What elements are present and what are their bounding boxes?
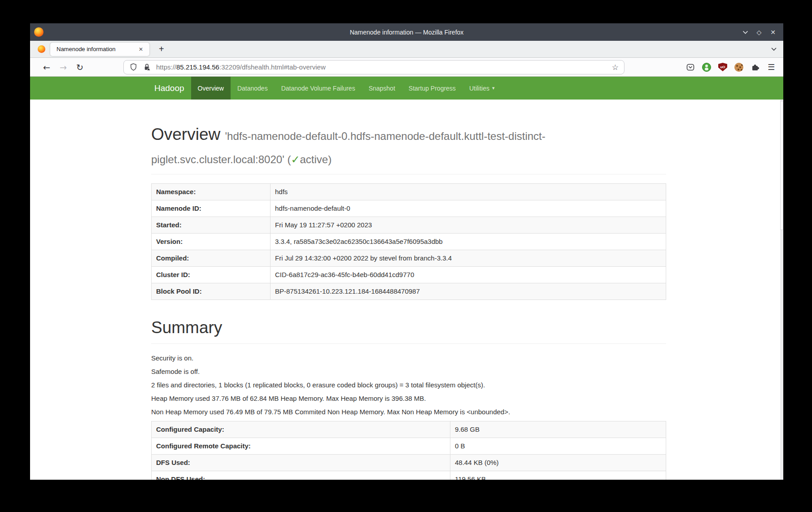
ublock-origin-icon[interactable]: uO bbox=[718, 63, 727, 72]
navbar-brand-hadoop[interactable]: Hadoop bbox=[148, 77, 191, 100]
minimize-button[interactable] bbox=[741, 28, 749, 36]
url-host: 85.215.194.56 bbox=[176, 63, 219, 71]
nav-item-utilities[interactable]: Utilities ▾ bbox=[463, 77, 502, 100]
firefox-window: Namenode information — Mozilla Firefox ◇… bbox=[30, 23, 783, 480]
back-button[interactable]: ← bbox=[42, 62, 52, 72]
cookie-extension-icon[interactable] bbox=[734, 63, 743, 72]
table-row: Cluster ID:CID-6a817c29-ac36-45fc-b4eb-6… bbox=[152, 266, 666, 283]
hadoop-navbar: Hadoop Overview Datanodes Datanode Volum… bbox=[30, 77, 783, 100]
summary-line: Non Heap Memory used 76.49 MB of 79.75 M… bbox=[151, 408, 666, 417]
table-row: DFS Used:48.44 KB (0%) bbox=[152, 455, 666, 471]
status-badge: active) bbox=[300, 153, 332, 165]
table-row: Block Pool ID:BP-875134261-10.223.121.18… bbox=[152, 283, 666, 299]
nav-item-snapshot[interactable]: Snapshot bbox=[362, 77, 402, 100]
window-title: Namenode information — Mozilla Firefox bbox=[350, 29, 464, 36]
table-row: Non DFS Used:119.56 KB bbox=[152, 471, 666, 480]
close-button[interactable]: ✕ bbox=[769, 28, 777, 36]
firefox-icon bbox=[38, 45, 45, 53]
desktop-background: { "titlebar": { "title": "Namenode infor… bbox=[0, 0, 812, 512]
nav-item-datanode-volume-failures[interactable]: Datanode Volume Failures bbox=[275, 77, 362, 100]
forward-button[interactable]: → bbox=[58, 62, 68, 72]
tab-strip: Namenode information ✕ + bbox=[30, 41, 783, 58]
table-row: Version:3.3.4, ra585a73c3e02ac62350c1366… bbox=[152, 233, 666, 250]
table-row: Compiled:Fri Jul 29 14:32:00 +0200 2022 … bbox=[152, 250, 666, 266]
chevron-down-icon: ▾ bbox=[492, 85, 495, 91]
pocket-save-icon[interactable] bbox=[686, 63, 695, 72]
tab-title: Namenode information bbox=[57, 46, 137, 52]
table-row: Configured Capacity:9.68 GB bbox=[152, 421, 666, 438]
tab-namenode-information[interactable]: Namenode information ✕ bbox=[50, 43, 149, 56]
extension-green-icon[interactable] bbox=[702, 63, 711, 72]
table-row: Configured Remote Capacity:0 B bbox=[152, 438, 666, 455]
url-text: https://85.215.194.56:32209/dfshealth.ht… bbox=[156, 63, 326, 71]
divider bbox=[151, 174, 666, 174]
url-path: :32209/dfshealth.html#tab-overview bbox=[219, 63, 326, 71]
firefox-logo-icon bbox=[34, 27, 44, 37]
table-row: Namenode ID:hdfs-namenode-default-0 bbox=[152, 200, 666, 217]
page-content: Overview 'hdfs-namenode-default-0.hdfs-n… bbox=[30, 100, 783, 480]
summary-line: Safemode is off. bbox=[151, 367, 666, 376]
hamburger-menu-icon[interactable]: ☰ bbox=[767, 63, 776, 72]
namenode-info-table: Namespace:hdfs Namenode ID:hdfs-namenode… bbox=[151, 183, 666, 300]
active-check-icon: ✓ bbox=[291, 153, 300, 165]
navigation-toolbar: ← → ↻ https://85.215.194.56:32209/dfshea… bbox=[30, 58, 783, 77]
maximize-button[interactable]: ◇ bbox=[755, 28, 763, 36]
nav-item-datanodes[interactable]: Datanodes bbox=[231, 77, 275, 100]
table-row: Started:Fri May 19 11:27:57 +0200 2023 bbox=[152, 217, 666, 233]
page-scrollbar-thumb[interactable] bbox=[780, 101, 783, 230]
capacity-table: Configured Capacity:9.68 GB Configured R… bbox=[151, 421, 666, 480]
nav-item-overview[interactable]: Overview bbox=[191, 77, 231, 100]
section-title-summary: Summary bbox=[151, 316, 666, 339]
shield-permissions-icon[interactable] bbox=[129, 63, 138, 71]
nav-item-startup-progress[interactable]: Startup Progress bbox=[402, 77, 463, 100]
url-scheme: https:// bbox=[156, 63, 176, 71]
summary-line: Security is on. bbox=[151, 354, 666, 363]
page-title-overview: Overview 'hdfs-namenode-default-0.hdfs-n… bbox=[151, 123, 666, 169]
divider bbox=[151, 343, 666, 344]
extensions-puzzle-icon[interactable] bbox=[751, 63, 760, 72]
bookmark-star-icon[interactable]: ☆ bbox=[612, 63, 619, 72]
tab-close-icon[interactable]: ✕ bbox=[137, 45, 145, 53]
page-scrollbar-track[interactable] bbox=[780, 100, 783, 480]
summary-line: Heap Memory used 37.76 MB of 62.84 MB He… bbox=[151, 394, 666, 403]
reload-button[interactable]: ↻ bbox=[75, 62, 85, 72]
table-row: Namespace:hdfs bbox=[152, 183, 666, 200]
summary-line: 2 files and directories, 1 blocks (1 rep… bbox=[151, 381, 666, 390]
new-tab-button[interactable]: + bbox=[156, 44, 167, 54]
lock-warning-icon[interactable] bbox=[143, 63, 151, 71]
url-bar[interactable]: https://85.215.194.56:32209/dfshealth.ht… bbox=[123, 60, 624, 74]
list-all-tabs-button[interactable] bbox=[771, 47, 777, 51]
window-titlebar[interactable]: Namenode information — Mozilla Firefox ◇… bbox=[30, 23, 783, 41]
